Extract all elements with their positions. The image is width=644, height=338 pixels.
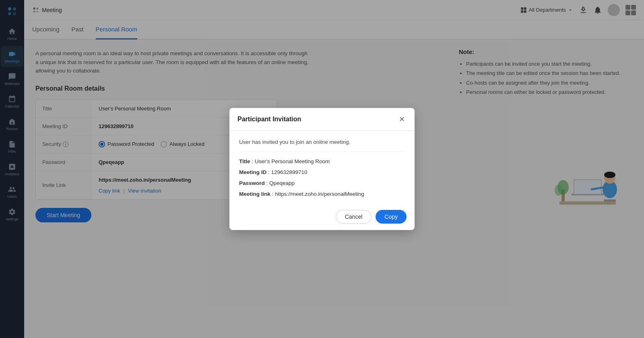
- dialog-meeting-id-value: 129632899710: [271, 169, 308, 175]
- dialog-title-value: User's Personal Meeting Room: [255, 158, 330, 164]
- dialog-title-colon: :: [250, 158, 255, 164]
- dialog-footer: Cancel Copy: [229, 205, 415, 230]
- dialog-meeting-link-field: Meeting link : https://meet.zoho.in/pers…: [239, 191, 405, 197]
- dialog-title-field: Title : User's Personal Meeting Room: [239, 158, 405, 164]
- dialog-intro: User has invited you to join an online m…: [239, 139, 405, 145]
- dialog-password-field: Password : Qpeqeapp: [239, 180, 405, 186]
- participant-invitation-dialog: Participant Invitation ✕ User has invite…: [229, 108, 415, 230]
- dialog-divider: [239, 151, 405, 152]
- dialog-overlay: Participant Invitation ✕ User has invite…: [0, 0, 644, 338]
- dialog-password-value: Qpeqeapp: [269, 180, 295, 186]
- dialog-password-label: Password: [239, 180, 265, 186]
- cancel-button[interactable]: Cancel: [336, 210, 372, 224]
- dialog-meeting-link-value: https://meet.zoho.in/personalMeeting: [275, 191, 364, 197]
- dialog-header: Participant Invitation ✕: [229, 108, 415, 131]
- dialog-title: Participant Invitation: [237, 116, 301, 123]
- dialog-meeting-link-label: Meeting link: [239, 191, 270, 197]
- dialog-meeting-id-field: Meeting ID : 129632899710: [239, 169, 405, 175]
- dialog-meeting-id-label: Meeting ID: [239, 169, 266, 175]
- copy-button[interactable]: Copy: [376, 210, 407, 224]
- dialog-body: User has invited you to join an online m…: [229, 131, 415, 205]
- dialog-title-label: Title: [239, 158, 250, 164]
- dialog-close-button[interactable]: ✕: [397, 114, 407, 124]
